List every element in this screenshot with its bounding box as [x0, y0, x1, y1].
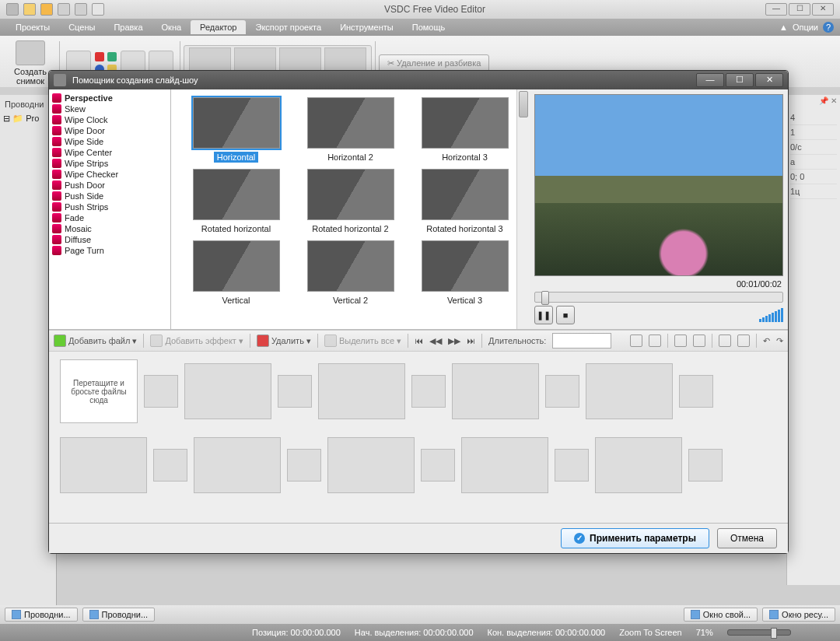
effect-thumb-item[interactable]: Vertical: [182, 240, 290, 306]
tab-windows[interactable]: Окна: [152, 20, 191, 34]
effect-category-item[interactable]: Diffuse: [51, 234, 169, 245]
effect-category-item[interactable]: Wipe Clock: [51, 114, 169, 125]
tab-export[interactable]: Экспорт проекта: [246, 20, 331, 34]
shape-triangle-icon[interactable]: [107, 52, 117, 61]
minimize-button[interactable]: —: [765, 3, 787, 16]
tab-help[interactable]: Помощь: [403, 20, 455, 34]
effect-thumb-item[interactable]: Horizontal: [182, 97, 290, 163]
effect-category-item[interactable]: Skew: [51, 103, 169, 114]
dialog-titlebar[interactable]: Помощник создания слайд-шоу — ☐ ✕: [49, 71, 788, 89]
tool-icon[interactable]: [737, 335, 750, 347]
transition-slot[interactable]: [278, 375, 312, 408]
transition-slot[interactable]: [688, 449, 723, 482]
dialog-close-button[interactable]: ✕: [755, 73, 783, 87]
options-menu[interactable]: Опции: [793, 23, 818, 32]
tab-edit[interactable]: Правка: [104, 20, 152, 34]
pin-icon[interactable]: 📌 ✕: [819, 96, 837, 105]
tool-icon[interactable]: [719, 335, 731, 347]
transport-first-icon[interactable]: ⏮: [415, 336, 423, 345]
maximize-button[interactable]: ☐: [789, 3, 810, 16]
effect-thumb-item[interactable]: Rotated horizontal 3: [411, 169, 519, 234]
select-all-button[interactable]: Выделить все ▾: [324, 335, 401, 347]
tab-scenes[interactable]: Сцены: [59, 20, 104, 34]
dock-item[interactable]: Проводни...: [5, 608, 78, 622]
transition-slot[interactable]: [287, 449, 321, 482]
media-slot[interactable]: [586, 363, 673, 419]
effect-category-item[interactable]: Mosaic: [51, 223, 169, 234]
shape-square-icon[interactable]: [95, 52, 104, 61]
duration-input[interactable]: [552, 333, 611, 349]
storyboard-drop-hint[interactable]: Перетащите и бросьте файлы сюда: [60, 359, 138, 423]
add-effect-button[interactable]: Добавить эффект ▾: [150, 335, 243, 347]
dock-item[interactable]: Окно свой...: [684, 608, 758, 622]
effect-category-list[interactable]: PerspectiveSkewWipe ClockWipe DoorWipe S…: [49, 89, 171, 329]
effect-category-item[interactable]: Wipe Strips: [51, 158, 169, 169]
close-button[interactable]: ✕: [812, 3, 834, 16]
effect-thumb-item[interactable]: Horizontal 3: [411, 97, 519, 163]
effect-category-item[interactable]: Wipe Door: [51, 125, 169, 136]
effect-category-item[interactable]: Page Turn: [51, 245, 169, 256]
effect-category-item[interactable]: Push Side: [51, 191, 169, 201]
tool-icon[interactable]: [630, 335, 642, 347]
grid-scrollbar[interactable]: [516, 89, 530, 329]
tab-tools[interactable]: Инструменты: [331, 20, 403, 34]
qat-save-icon[interactable]: [58, 3, 70, 16]
effect-category-item[interactable]: Wipe Checker: [51, 169, 169, 180]
effect-category-item[interactable]: Fade: [51, 212, 169, 223]
scrollbar-thumb[interactable]: [519, 91, 528, 117]
dock-item[interactable]: Окно ресу...: [762, 608, 835, 622]
effect-thumb-item[interactable]: Vertical 2: [296, 240, 404, 306]
dialog-maximize-button[interactable]: ☐: [726, 73, 754, 87]
effect-category-item[interactable]: Perspective: [51, 93, 169, 103]
effect-thumb-item[interactable]: Vertical 3: [411, 240, 519, 306]
transition-slot[interactable]: [679, 375, 713, 408]
qat-new-icon[interactable]: [23, 3, 36, 16]
media-slot[interactable]: [318, 363, 405, 419]
dialog-minimize-button[interactable]: —: [696, 73, 724, 87]
apply-button[interactable]: ✓Применить параметры: [561, 528, 709, 548]
zoom-slider[interactable]: [727, 629, 791, 636]
media-slot[interactable]: [60, 437, 147, 493]
transport-last-icon[interactable]: ⏭: [467, 336, 475, 345]
effect-category-item[interactable]: Push Door: [51, 180, 169, 191]
tool-icon[interactable]: [693, 335, 705, 347]
media-slot[interactable]: [461, 437, 548, 493]
qat-more-icon[interactable]: [92, 3, 104, 16]
tool-icon[interactable]: [649, 335, 661, 347]
help-icon[interactable]: ?: [823, 22, 834, 33]
qat-open-icon[interactable]: [40, 3, 53, 16]
transition-slot[interactable]: [421, 449, 455, 482]
effect-thumb-item[interactable]: Rotated horizontal 2: [296, 169, 404, 234]
stop-button[interactable]: ■: [556, 306, 575, 324]
media-slot[interactable]: [194, 437, 281, 493]
qat-undo-icon[interactable]: [75, 3, 87, 16]
tree-root[interactable]: ⊟ 📁 Pro: [3, 112, 53, 125]
transition-slot[interactable]: [555, 449, 589, 482]
transition-slot[interactable]: [411, 375, 446, 408]
seek-knob[interactable]: [541, 291, 549, 305]
effect-category-item[interactable]: Wipe Center: [51, 147, 169, 158]
dock-item[interactable]: Проводни...: [82, 608, 156, 622]
volume-indicator[interactable]: [759, 308, 783, 322]
preview-seekbar[interactable]: [534, 292, 783, 303]
transport-next-icon[interactable]: ▶▶: [448, 336, 460, 346]
tool-icon[interactable]: [674, 335, 687, 347]
effect-category-item[interactable]: Push Strips: [51, 201, 169, 212]
redo-icon[interactable]: ↷: [776, 336, 783, 346]
media-slot[interactable]: [452, 363, 539, 419]
storyboard[interactable]: Перетащите и бросьте файлы сюда: [49, 352, 788, 523]
undo-icon[interactable]: ↶: [763, 336, 770, 346]
tab-editor[interactable]: Редактор: [191, 20, 246, 34]
transition-slot[interactable]: [144, 375, 178, 408]
tab-projects[interactable]: Проекты: [6, 20, 59, 34]
media-slot[interactable]: [327, 437, 415, 493]
pause-button[interactable]: ❚❚: [534, 306, 553, 324]
delete-button[interactable]: Удалить ▾: [257, 335, 311, 347]
transition-slot[interactable]: [545, 375, 579, 408]
transition-slot[interactable]: [153, 449, 187, 482]
media-slot[interactable]: [184, 363, 271, 419]
cancel-button[interactable]: Отмена: [717, 528, 777, 548]
transport-prev-icon[interactable]: ◀◀: [429, 336, 442, 346]
effect-category-item[interactable]: Wipe Side: [51, 136, 169, 147]
add-file-button[interactable]: Добавить файл ▾: [54, 335, 137, 347]
